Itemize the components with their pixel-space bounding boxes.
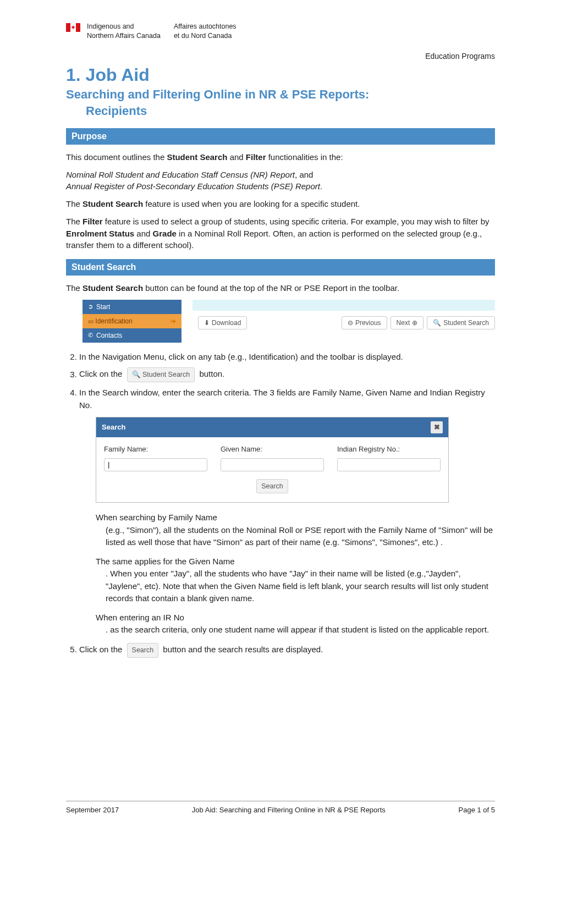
arrow-right-icon: ➔: [170, 317, 176, 325]
student-search-button[interactable]: 🔍 Student Search: [427, 316, 495, 329]
student-search-intro: The Student Search button can be found a…: [66, 282, 495, 294]
close-button[interactable]: ✖: [431, 421, 443, 433]
nav-start[interactable]: ➲ Start: [82, 300, 182, 314]
department-name-fr: Affaires autochtones et du Nord Canada: [174, 22, 237, 41]
purpose-paragraph-search: The Student Search feature is used when …: [66, 198, 495, 210]
next-button[interactable]: Next ⊕: [391, 316, 424, 329]
nav-contacts[interactable]: ✆ Contacts: [82, 328, 182, 343]
search-dialog: Search ✖ Family Name: Given Name:: [96, 417, 449, 503]
irn-label: Indian Registry No.:: [337, 444, 441, 455]
purpose-paragraph-1: This document outlines the Student Searc…: [66, 151, 495, 163]
section-purpose: Purpose: [66, 128, 495, 145]
family-name-label: Family Name:: [104, 444, 207, 455]
page-subtitle-line2: Recipients: [86, 104, 495, 118]
footer-title: Job Aid: Searching and Filtering Online …: [192, 806, 386, 814]
search-inline-button[interactable]: Search: [127, 643, 159, 658]
given-name-input[interactable]: [221, 458, 324, 471]
nav-identification[interactable]: ▭ Identification ➔: [82, 314, 182, 328]
close-icon: ✖: [434, 422, 440, 433]
student-search-inline-button[interactable]: 🔍 Student Search: [127, 367, 195, 382]
card-icon: ▭: [88, 318, 94, 324]
contact-icon: ✆: [88, 332, 93, 339]
toolbar-highlight: [193, 300, 495, 311]
maple-leaf-icon: ✦: [70, 24, 76, 31]
search-icon: 🔍: [433, 319, 441, 327]
gov-header: ✦ Indigenous and Northern Affairs Canada…: [66, 22, 495, 41]
step-4: In the Search window, enter the search c…: [79, 387, 495, 636]
department-name-en: Indigenous and Northern Affairs Canada: [87, 22, 161, 41]
canada-flag-icon: ✦: [66, 23, 80, 32]
download-button[interactable]: ⬇ Download: [198, 316, 247, 329]
dialog-title: Search: [102, 422, 125, 433]
toolbar-screenshot: ➲ Start ▭ Identification ➔ ✆ Contacts ⬇ …: [82, 300, 495, 343]
note-given-name: The same applies for the Given Name . Wh…: [96, 556, 495, 605]
search-submit-button[interactable]: Search: [256, 479, 288, 494]
family-name-input[interactable]: [104, 458, 207, 471]
footer-page: Page 1 of 5: [459, 806, 496, 814]
section-student-search: Student Search: [66, 259, 495, 276]
step-3: Click on the 🔍 Student Search button.: [79, 367, 495, 382]
purpose-report-names: Nominal Roll Student and Education Staff…: [66, 169, 495, 193]
next-icon: ⊕: [412, 319, 417, 327]
download-icon: ⬇: [204, 319, 210, 327]
previous-icon: ⊖: [348, 319, 353, 327]
purpose-paragraph-filter: The Filter feature is used to select a g…: [66, 216, 495, 251]
note-family-name: When searching by Family Name (e.g., "Si…: [96, 512, 495, 549]
footer-date: September 2017: [66, 806, 119, 814]
step-5: Click on the Search button and the searc…: [79, 643, 495, 658]
step-2: In the Navigation Menu, click on any tab…: [79, 351, 495, 364]
previous-button[interactable]: ⊖ Previous: [342, 316, 387, 329]
note-ir-no: When entering an IR No . as the search c…: [96, 612, 495, 636]
page-footer: September 2017 Job Aid: Searching and Fi…: [66, 801, 495, 814]
page-title: 1. Job Aid: [66, 65, 495, 85]
given-name-label: Given Name:: [221, 444, 324, 455]
search-icon: 🔍: [132, 371, 141, 378]
page-subtitle-line1: Searching and Filtering Online in NR & P…: [66, 87, 495, 102]
irn-input[interactable]: [337, 458, 441, 471]
program-name: Education Programs: [66, 52, 495, 61]
login-icon: ➲: [88, 303, 93, 310]
